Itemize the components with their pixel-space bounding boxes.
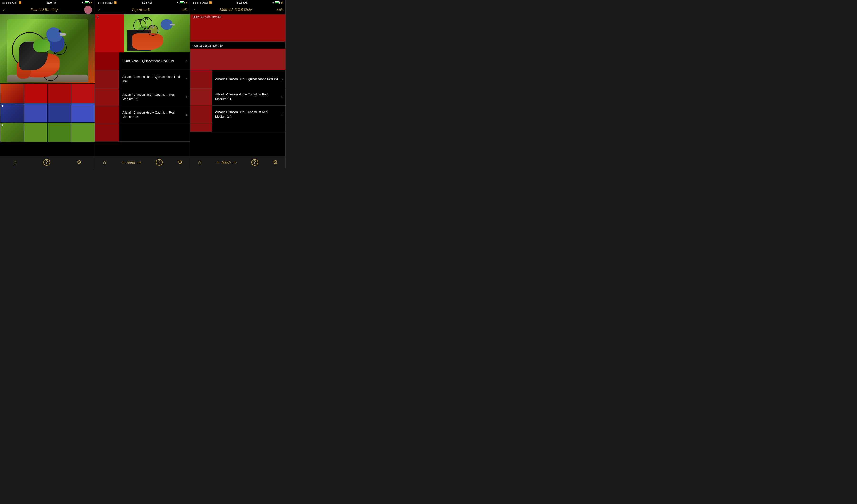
chevron-3-3: › — [281, 106, 285, 123]
battery-1 — [84, 1, 89, 4]
tab-bar-3: ⌂ ⇐ Match ⇒ ? ⚙ — [190, 156, 285, 168]
battery-2 — [180, 1, 184, 4]
swatch-row-2: 4 — [0, 103, 95, 122]
status-left-1: AT&T 📶 — [2, 1, 21, 4]
help-icon-1[interactable]: ? — [43, 159, 50, 166]
top-color-block-2-3: RGB=150,25,25 Hue=360 — [190, 42, 285, 49]
swatch-2-4[interactable] — [71, 103, 95, 122]
match-swatch-3-4 — [190, 123, 212, 132]
list-item-2-4[interactable]: Alizarin Crimson Hue + Cadmium Red Mediu… — [95, 106, 190, 124]
list-label-2-3: Alizarin Crimson Hue + Cadmium Red Mediu… — [119, 93, 186, 101]
swatch-3-1[interactable]: 3 — [0, 123, 23, 142]
settings-icon-1[interactable]: ⚙ — [77, 159, 82, 166]
top-color-swatch-1-3: RGB=156,7,10 Hue=358 — [190, 14, 285, 42]
chevron-2-2: › — [186, 77, 190, 81]
nav-bar-3: ‹ Method: RGB Only Edit — [190, 5, 285, 14]
phone-2: AT&T 📶 6:15 AM ✱ ⚡ ‹ Tap Area 5 Edit 5 — [95, 0, 190, 168]
match-prev-3[interactable]: ⇐ — [216, 160, 220, 165]
charge-icon-2: ⚡ — [185, 2, 188, 4]
home-icon-3[interactable]: ⌂ — [198, 159, 201, 166]
phone-3: AT&T 📶 6:16 AM ✱ ⚡ ‹ Method: RGB Only Ed… — [190, 0, 286, 168]
page-title-1: Painted Bunting — [31, 7, 57, 12]
bird-image-1: 1 2 3 4 5 — [0, 14, 95, 83]
time-1: 4:39 PM — [47, 1, 57, 4]
list-item-2-2[interactable]: Alizarin Crimson Hue + Quinacridone Red … — [95, 70, 190, 88]
carrier-3: AT&T — [202, 1, 208, 4]
list-label-2-4: Alizarin Crimson Hue + Cadmium Red Mediu… — [119, 111, 186, 119]
match-row-3-3[interactable]: Alizarin Crimson Hue + Cadmium Red Mediu… — [190, 106, 285, 123]
list-label-2-1: Burnt Siena + Quinacridone Red 1:19 — [119, 59, 186, 63]
list-item-2-5[interactable] — [95, 124, 190, 142]
phone-1: AT&T 📶 4:39 PM ✱ ⚡ ‹ Painted Bunting — [0, 0, 95, 168]
tab-bar-1: ⌂ ? ⚙ — [0, 156, 95, 168]
list-swatch-2-3 — [95, 88, 119, 106]
signal-dots-3 — [193, 1, 201, 4]
edit-button-2[interactable]: Edit — [182, 8, 187, 12]
bluetooth-icon-2: ✱ — [177, 1, 179, 4]
back-button-3[interactable]: ‹ — [193, 7, 195, 13]
page-title-3: Method: RGB Only — [220, 7, 252, 12]
help-icon-2[interactable]: ? — [156, 159, 163, 166]
match-row-3-2[interactable]: Alizarin Crimson Hue + Cadmium Red Mediu… — [190, 88, 285, 106]
list-2: Burnt Siena + Quinacridone Red 1:19 › Al… — [95, 52, 190, 142]
time-3: 6:16 AM — [237, 1, 247, 4]
areas-next-2[interactable]: ⇒ — [137, 160, 141, 165]
charge-icon-1: ⚡ — [90, 2, 93, 4]
list-swatch-2-1 — [95, 52, 119, 70]
back-button-1[interactable]: ‹ — [3, 7, 4, 13]
swatch-3-4[interactable] — [71, 123, 95, 142]
swatch-3-2[interactable] — [24, 123, 47, 142]
swatch-1-1[interactable] — [0, 84, 23, 103]
list-item-2-1[interactable]: Burnt Siena + Quinacridone Red 1:19 › — [95, 52, 190, 70]
swatches-container-1: 4 3 — [0, 83, 95, 142]
match-row-3-1[interactable]: Alizarin Crimson Hue + Quinacridone Red … — [190, 70, 285, 88]
content-2: 5 1 4 5 — [95, 14, 190, 156]
swatch-3-3[interactable] — [48, 123, 71, 142]
swatch-1-2[interactable] — [24, 84, 47, 103]
areas-label-2: Areas — [127, 161, 135, 164]
match-next-3[interactable]: ⇒ — [233, 160, 236, 165]
swatch-1-3[interactable] — [48, 84, 71, 103]
content-1: 1 2 3 4 5 — [0, 14, 95, 156]
carrier-1: AT&T — [12, 1, 18, 4]
match-label-3-3: Alizarin Crimson Hue + Cadmium Red Mediu… — [212, 106, 281, 123]
area-number-2: 5 — [97, 15, 98, 19]
settings-icon-3[interactable]: ⚙ — [273, 159, 278, 166]
color-circle-1[interactable] — [84, 6, 92, 14]
swatch-row-3: 3 — [0, 123, 95, 142]
home-icon-2[interactable]: ⌂ — [103, 159, 106, 166]
list-item-2-3[interactable]: Alizarin Crimson Hue + Cadmium Red Mediu… — [95, 88, 190, 106]
swatch-1-4[interactable] — [71, 84, 95, 103]
content-3: RGB=156,7,10 Hue=358 RGB=150,25,25 Hue=3… — [190, 14, 285, 156]
bird-scene: 1 2 3 4 5 — [7, 19, 88, 82]
mini-circle-5-2: 5 — [148, 25, 158, 36]
swatch-2-1[interactable]: 4 — [0, 103, 23, 122]
list-swatch-2-4 — [95, 106, 119, 123]
list-3: Alizarin Crimson Hue + Quinacridone Red … — [190, 70, 285, 132]
top-swatch-2[interactable]: 5 — [95, 14, 124, 52]
nav-bar-2: ‹ Tap Area 5 Edit — [95, 5, 190, 14]
match-label-3-1: Alizarin Crimson Hue + Quinacridone Red … — [212, 70, 281, 88]
bird-bg-1: 1 2 3 4 5 — [0, 14, 95, 83]
match-label-3-2: Alizarin Crimson Hue + Cadmium Red Mediu… — [212, 88, 281, 105]
chevron-2-4: › — [186, 113, 190, 117]
charge-icon-3: ⚡ — [281, 2, 283, 4]
areas-prev-2[interactable]: ⇐ — [121, 160, 125, 165]
back-button-2[interactable]: ‹ — [98, 7, 100, 13]
swatch-row-1 — [0, 84, 95, 103]
swatch-2-3[interactable] — [48, 103, 71, 122]
home-icon-1[interactable]: ⌂ — [13, 159, 16, 166]
match-swatch-3-1 — [190, 70, 212, 88]
wifi-icon-3: 📶 — [209, 1, 212, 4]
settings-icon-2[interactable]: ⚙ — [178, 159, 183, 166]
list-label-2-2: Alizarin Crimson Hue + Quinacridone Red … — [119, 75, 186, 83]
help-icon-3[interactable]: ? — [251, 159, 258, 166]
time-2: 6:15 AM — [142, 1, 152, 4]
swatch-number-4: 4 — [1, 104, 3, 107]
edit-button-3[interactable]: Edit — [277, 8, 283, 12]
swatch-2-2[interactable] — [24, 103, 47, 122]
top-bird-2: 1 4 5 — [124, 14, 190, 52]
match-row-3-4[interactable] — [190, 123, 285, 132]
bluetooth-icon-1: ✱ — [82, 1, 84, 4]
top-color-label-2-3: RGB=150,25,25 Hue=360 — [192, 44, 222, 47]
